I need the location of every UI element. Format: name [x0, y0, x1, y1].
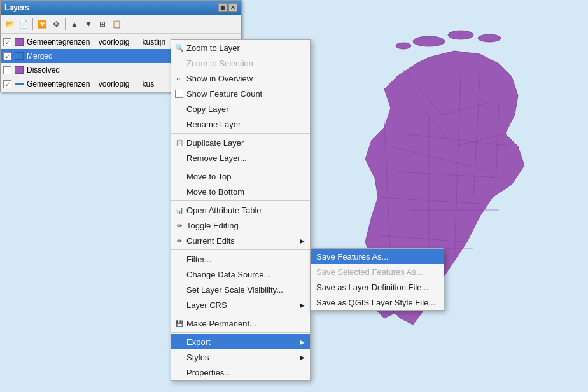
rename-layer-item[interactable]: Rename Layer — [171, 116, 310, 132]
remove-layer-label: Remove Layer... — [186, 153, 247, 163]
layer-name: Merged — [27, 52, 53, 60]
move-to-bottom-item[interactable]: Move to Bottom — [171, 184, 310, 199]
remove-layer-item[interactable]: Remove Layer... — [171, 150, 310, 165]
save-as-layer-definition-label: Save as Layer Definition File... — [316, 283, 428, 292]
duplicate-icon: 📋 — [174, 137, 185, 148]
menu-sep1 — [171, 133, 310, 134]
attribute-table-icon: 📊 — [174, 205, 185, 215]
duplicate-layer-item[interactable]: 📋 Duplicate Layer — [171, 135, 310, 150]
copy-layer-item[interactable]: Copy Layer — [171, 101, 310, 116]
toggle-editing-item[interactable]: ✏ Toggle Editing — [171, 218, 310, 233]
layer-type-icon — [14, 37, 24, 47]
layer-type-icon — [14, 79, 24, 89]
layer-checkbox[interactable]: ✓ — [3, 80, 11, 88]
make-permanent-icon: 💾 — [174, 318, 185, 328]
show-in-overview-label: Show in Overview — [186, 74, 253, 83]
save-features-as-item[interactable]: Save Features As... — [311, 249, 444, 264]
export-item[interactable]: Export ▶ — [171, 334, 310, 349]
settings-icon[interactable]: ⚙ — [50, 18, 62, 31]
save-as-qgis-style-label: Save as QGIS Layer Style File... — [316, 298, 435, 307]
filter-label: Filter... — [186, 255, 211, 264]
move-to-top-item[interactable]: Move to Top — [171, 169, 310, 184]
layer-checkbox[interactable]: ✓ — [3, 38, 11, 46]
zoom-icon: 🔍 — [174, 43, 185, 53]
polygon-icon — [15, 66, 24, 74]
export-submenu: Save Features As... Save Selected Featur… — [311, 248, 444, 311]
close-button[interactable]: ✕ — [228, 3, 237, 12]
styles-arrow: ▶ — [300, 354, 305, 361]
open-attribute-table-label: Open Attribute Table — [186, 206, 262, 215]
duplicate-layer-label: Duplicate Layer — [186, 138, 244, 148]
toolbar-sep1 — [32, 18, 33, 30]
save-features-as-label: Save Features As... — [316, 252, 388, 262]
titlebar-buttons: ▣ ✕ — [218, 3, 237, 12]
collapse-icon[interactable]: ⊞ — [96, 18, 109, 31]
menu-sep2 — [171, 167, 310, 167]
layers-title: Layers — [4, 3, 29, 12]
open-attribute-table-item[interactable]: 📊 Open Attribute Table — [171, 202, 310, 218]
polygon-icon — [15, 38, 24, 46]
svg-point-2 — [448, 31, 473, 39]
feature-count-checkbox — [175, 90, 183, 98]
save-as-qgis-style-item[interactable]: Save as QGIS Layer Style File... — [311, 295, 444, 310]
layer-name: Dissolved — [27, 66, 60, 74]
make-permanent-label: Make Permanent... — [186, 319, 256, 328]
toggle-editing-label: Toggle Editing — [186, 221, 239, 230]
show-feature-count-item[interactable]: Show Feature Count — [171, 86, 310, 101]
current-edits-icon: ✏ — [174, 235, 185, 246]
menu-sep6 — [171, 332, 310, 333]
styles-item[interactable]: Styles ▶ — [171, 349, 310, 365]
feature-count-checkbox-area — [174, 88, 184, 99]
layers-titlebar: Layers ▣ ✕ — [1, 1, 241, 15]
layer-type-icon — [14, 51, 24, 61]
current-edits-arrow: ▶ — [300, 237, 305, 244]
line-icon — [15, 83, 24, 85]
minimize-button[interactable]: ▣ — [218, 3, 227, 12]
styles-label: Styles — [186, 353, 209, 362]
change-data-source-label: Change Data Source... — [186, 270, 270, 279]
properties-label: Properties... — [186, 368, 231, 377]
svg-point-3 — [478, 34, 501, 42]
properties-icon[interactable]: 📋 — [110, 18, 123, 31]
change-data-source-item[interactable]: Change Data Source... — [171, 267, 310, 282]
zoom-to-selection-item[interactable]: Zoom to Selection — [171, 55, 310, 71]
set-layer-scale-label: Set Layer Scale Visibility... — [186, 285, 283, 295]
layer-type-icon — [14, 65, 24, 75]
make-permanent-item[interactable]: 💾 Make Permanent... — [171, 316, 310, 331]
layers-toolbar: 📂 📄 🔽 ⚙ ▲ ▼ ⊞ 📋 — [1, 15, 241, 34]
show-in-overview-item[interactable]: ∞ Show in Overview — [171, 71, 310, 86]
layer-checkbox[interactable] — [3, 66, 11, 74]
current-edits-label: Current Edits — [186, 236, 235, 246]
layer-name: Gemeentegrenzen__voorlopig___kus — [27, 80, 154, 88]
menu-sep4 — [171, 249, 310, 250]
properties-item[interactable]: Properties... — [171, 365, 310, 380]
save-selected-features-as-item[interactable]: Save Selected Features As... — [311, 264, 444, 279]
svg-point-1 — [413, 36, 445, 46]
save-as-layer-definition-item[interactable]: Save as Layer Definition File... — [311, 279, 444, 295]
layer-checkbox[interactable]: ✓ — [3, 52, 11, 60]
layer-crs-item[interactable]: Layer CRS ▶ — [171, 297, 310, 312]
export-label: Export — [186, 337, 211, 347]
netherlands-map — [314, 19, 582, 375]
polygon-icon — [15, 52, 24, 60]
layer-crs-arrow: ▶ — [300, 302, 305, 309]
zoom-to-layer-item[interactable]: 🔍 Zoom to Layer — [171, 40, 310, 55]
svg-point-4 — [396, 43, 411, 49]
add-layer-icon[interactable]: 📄 — [17, 18, 30, 31]
toolbar-sep2 — [65, 18, 66, 30]
copy-layer-label: Copy Layer — [186, 104, 228, 114]
zoom-to-layer-label: Zoom to Layer — [186, 43, 240, 53]
layer-crs-label: Layer CRS — [186, 300, 227, 310]
show-feature-count-label: Show Feature Count — [186, 89, 262, 99]
menu-sep3 — [171, 200, 310, 201]
menu-sep5 — [171, 314, 310, 314]
move-up-icon[interactable]: ▲ — [68, 18, 81, 31]
filter-item[interactable]: Filter... — [171, 251, 310, 267]
export-arrow: ▶ — [300, 339, 305, 346]
move-down-icon[interactable]: ▼ — [82, 18, 95, 31]
move-to-bottom-label: Move to Bottom — [186, 187, 244, 197]
set-layer-scale-item[interactable]: Set Layer Scale Visibility... — [171, 282, 310, 297]
open-layer-icon[interactable]: 📂 — [3, 18, 16, 31]
current-edits-item[interactable]: ✏ Current Edits ▶ — [171, 233, 310, 248]
filter-icon[interactable]: 🔽 — [36, 18, 48, 31]
